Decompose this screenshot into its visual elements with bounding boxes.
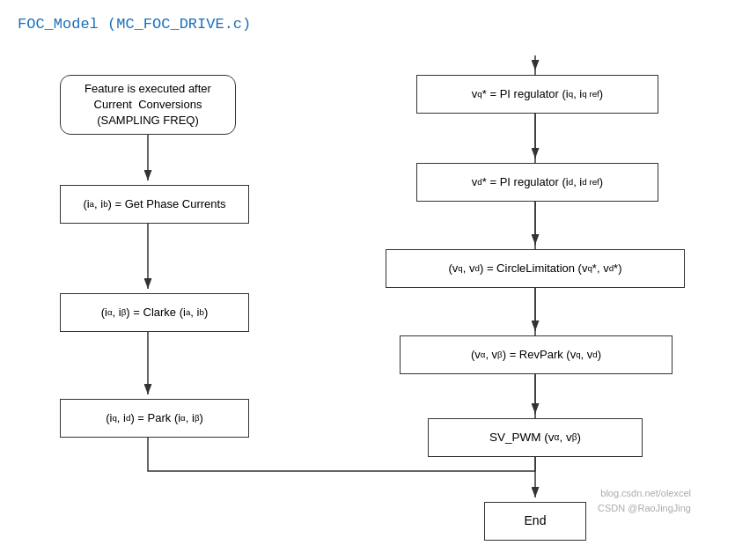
pi-vq-box: vq* = PI regulator (iq, iq ref) (416, 75, 658, 114)
pi-vd-box: vd* = PI regulator (id, id ref) (416, 163, 658, 202)
watermark: blog.csdn.net/olexcel CSDN @RaoJingJing (598, 486, 691, 517)
feature-box: Feature is executed afterCurrent Convers… (60, 75, 236, 135)
page-container: FOC_Model (MC_FOC_DRIVE.c) (0, 0, 735, 560)
park-box: (iq, id) = Park (iα, iβ) (60, 399, 249, 438)
clarke-box: (iα, iβ) = Clarke (ia, ib) (60, 293, 249, 332)
circle-limitation-box: (vq, vd) = CircleLimitation (vq*, vd*) (386, 249, 685, 288)
phase-currents-box: (ia, ib) = Get Phase Currents (60, 185, 249, 224)
page-title: FOC_Model (MC_FOC_DRIVE.c) (18, 16, 717, 33)
diagram-area: Feature is executed afterCurrent Convers… (18, 48, 717, 542)
revpark-box: (vα, vβ) = RevPark (vq, vd) (400, 335, 673, 374)
svpwm-box: SV_PWM (vα, vβ) (428, 418, 643, 457)
end-box: End (484, 502, 586, 541)
